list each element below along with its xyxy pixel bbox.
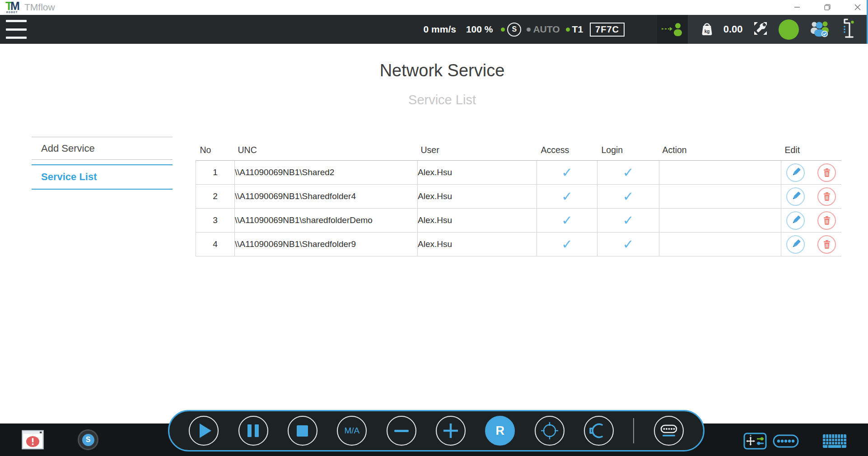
stop-icon	[297, 425, 308, 437]
connection-status-button[interactable]	[657, 15, 688, 44]
robot-arm-icon	[840, 17, 855, 40]
pill-divider	[633, 418, 634, 443]
close-button[interactable]	[847, 0, 868, 14]
manual-control-button[interactable]	[743, 432, 767, 452]
pencil-icon	[791, 239, 801, 249]
minus-icon	[394, 430, 409, 432]
col-header-edit: Edit	[781, 140, 841, 161]
edit-service-button[interactable]	[786, 211, 805, 230]
delete-service-button[interactable]	[817, 163, 836, 182]
robot-stick-button[interactable]	[840, 17, 855, 42]
tool-settings-button[interactable]	[753, 21, 768, 38]
users-group-icon	[809, 20, 830, 37]
user-connected-icon	[661, 22, 684, 37]
table-row: 3 \\A11090069NB1\sharedfolderDemo Alex.H…	[196, 209, 841, 233]
edit-service-button[interactable]	[786, 235, 805, 254]
cell-access: ✓	[537, 209, 597, 233]
top-status-bar: 0 mm/s 100 % S AUTO T1 7F7C	[0, 15, 868, 44]
manual-auto-button[interactable]: M/A	[337, 416, 367, 446]
cell-login: ✓	[597, 233, 659, 256]
cell-no: 2	[196, 185, 235, 209]
payload-button[interactable]: kg	[701, 22, 713, 37]
col-header-access: Access	[537, 140, 597, 161]
check-icon: ✓	[623, 213, 634, 228]
play-button[interactable]	[189, 416, 219, 446]
robot-status-light	[779, 19, 799, 40]
cell-unc: \\A11090069NB1\Sharedfolder4	[235, 185, 418, 209]
more-options-tray-button[interactable]	[773, 434, 799, 450]
trash-icon	[822, 216, 831, 225]
stop-button[interactable]	[288, 416, 317, 446]
check-icon: ✓	[623, 189, 634, 204]
payload-value: 0.00	[723, 23, 743, 35]
col-header-login: Login	[597, 140, 659, 161]
table-row: 4 \\A11090069NB1\Sharedfolder9 Alex.Hsu …	[196, 233, 841, 256]
pause-button[interactable]	[238, 416, 268, 446]
delete-service-button[interactable]	[817, 235, 836, 254]
cell-action	[659, 209, 781, 233]
cell-no: 4	[196, 233, 235, 256]
t1-mode-indicator: T1	[566, 24, 583, 35]
speed-increase-button[interactable]	[436, 416, 466, 446]
table-row: 1 \\A11090069NB1\Shared2 Alex.Hsu ✓ ✓	[196, 161, 841, 185]
speed-value: 0 mm/s	[424, 24, 456, 35]
restore-icon	[823, 3, 831, 11]
error-log-button[interactable]	[22, 429, 44, 452]
cell-user: Alex.Hsu	[418, 185, 537, 209]
robot-id-badge: 7F7C	[590, 23, 625, 37]
close-icon	[854, 4, 861, 11]
auto-label: AUTO	[533, 24, 560, 35]
page-subtitle: Service List	[16, 93, 868, 107]
cell-access: ✓	[537, 233, 597, 256]
main-content: Network Service Service List Add Service…	[0, 44, 868, 423]
delete-service-button[interactable]	[817, 187, 836, 206]
wrench-calibration-icon	[753, 21, 768, 36]
pencil-icon	[791, 215, 801, 225]
cell-action	[659, 161, 781, 185]
edit-service-button[interactable]	[786, 187, 805, 206]
cell-access: ✓	[537, 185, 597, 209]
s-mode-icon: S	[507, 23, 521, 37]
end-effector-button[interactable]	[584, 416, 614, 446]
check-icon: ✓	[561, 189, 572, 204]
hamburger-bar	[6, 20, 27, 22]
r-label: R	[496, 424, 505, 438]
sidebar-item-service-list[interactable]: Service List	[32, 164, 173, 190]
speed-mode-indicator: S	[501, 23, 521, 37]
green-dot-icon	[566, 28, 570, 32]
user-accounts-button[interactable]	[809, 20, 830, 39]
cell-edit	[781, 185, 841, 209]
tmflow-window: { "titlebar": { "app_title": "TMflow", "…	[0, 0, 868, 456]
sidebar-item-add-service[interactable]: Add Service	[32, 137, 173, 160]
check-icon: ✓	[561, 213, 572, 228]
col-header-user: User	[418, 140, 537, 161]
cell-edit	[781, 209, 841, 233]
minimize-button[interactable]	[787, 0, 807, 14]
virtual-keyboard-button[interactable]	[822, 433, 847, 451]
cell-edit	[781, 233, 841, 256]
more-functions-button[interactable]	[654, 416, 684, 446]
robot-status-cluster: 0 mm/s 100 % S AUTO T1 7F7C	[424, 15, 625, 44]
edit-service-button[interactable]	[786, 163, 805, 182]
speed-indicator-button[interactable]: S	[78, 429, 98, 450]
check-icon: ✓	[561, 165, 572, 180]
cell-login: ✓	[597, 161, 659, 185]
restore-button[interactable]	[817, 0, 838, 14]
more-dots-icon	[658, 420, 679, 441]
delete-service-button[interactable]	[817, 211, 836, 230]
cell-no: 3	[196, 209, 235, 233]
hamburger-bar	[6, 28, 27, 31]
trash-icon	[822, 168, 831, 177]
cell-user: Alex.Hsu	[418, 233, 537, 256]
cell-action	[659, 233, 781, 256]
trash-icon	[822, 192, 831, 201]
speed-s-icon: S	[82, 434, 94, 446]
tools-panel: kg 0.00	[688, 15, 868, 44]
cell-access: ✓	[537, 161, 597, 185]
hamburger-bar	[6, 37, 27, 39]
window-title: TMflow	[24, 0, 55, 14]
speed-decrease-button[interactable]	[387, 416, 416, 446]
menu-hamburger-button[interactable]	[6, 20, 27, 39]
robot-r-button[interactable]: R	[485, 416, 515, 446]
point-target-button[interactable]	[535, 416, 565, 446]
